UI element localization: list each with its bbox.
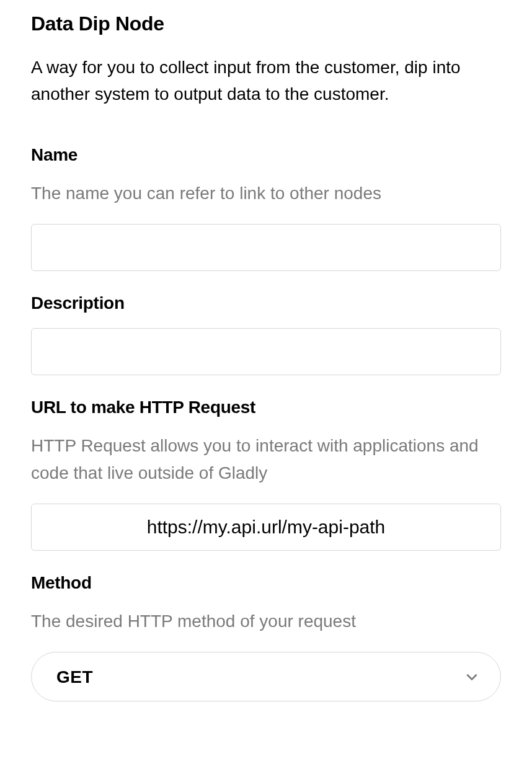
name-input[interactable]	[31, 224, 501, 271]
url-field-group: URL to make HTTP Request HTTP Request al…	[31, 398, 501, 551]
description-field-group: Description	[31, 293, 501, 375]
method-label: Method	[31, 573, 501, 593]
url-help: HTTP Request allows you to interact with…	[31, 432, 501, 486]
method-select-wrap: GET	[31, 652, 501, 701]
method-help: The desired HTTP method of your request	[31, 608, 501, 634]
method-field-group: Method The desired HTTP method of your r…	[31, 573, 501, 701]
page-title: Data Dip Node	[31, 12, 501, 35]
name-field-group: Name The name you can refer to link to o…	[31, 145, 501, 271]
name-label: Name	[31, 145, 501, 165]
description-label: Description	[31, 293, 501, 313]
method-select[interactable]: GET	[31, 652, 501, 701]
url-input[interactable]	[31, 504, 501, 551]
url-label: URL to make HTTP Request	[31, 398, 501, 417]
name-help: The name you can refer to link to other …	[31, 180, 501, 207]
page-subtitle: A way for you to collect input from the …	[31, 54, 501, 108]
description-input[interactable]	[31, 328, 501, 375]
